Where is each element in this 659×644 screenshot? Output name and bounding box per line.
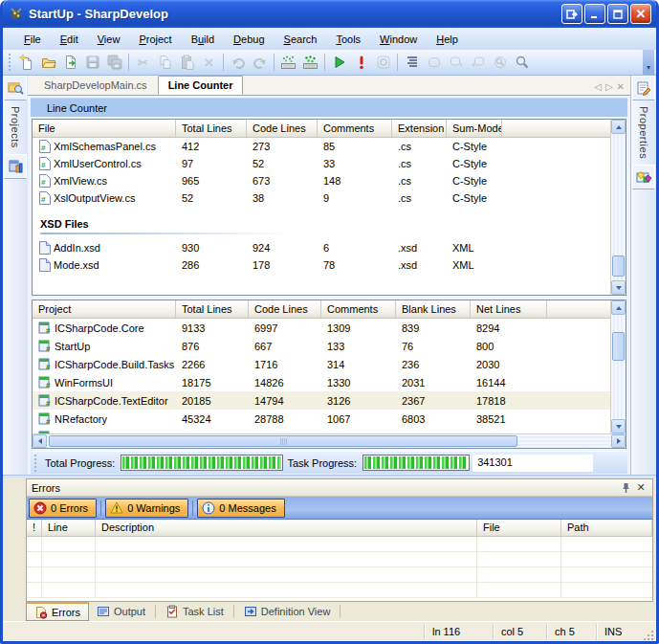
column-header-sum-mode[interactable]: Sum-Mode — [447, 120, 502, 137]
column-header-line[interactable]: Line — [42, 520, 96, 536]
classes-pad-button[interactable] — [4, 154, 27, 179]
tab-line-counter[interactable]: Line Counter — [158, 76, 244, 95]
column-header-comments[interactable]: Comments — [321, 300, 396, 318]
column-header-code-lines[interactable]: Code Lines — [247, 120, 318, 137]
scroll-thumb[interactable] — [49, 435, 517, 447]
menu-project[interactable]: Project — [129, 28, 181, 50]
menu-build[interactable]: Build — [182, 28, 224, 50]
scroll-up-button[interactable] — [611, 300, 626, 315]
tab-sharpdevelopmain[interactable]: SharpDevelopMain.cs — [33, 76, 158, 95]
maximize-button[interactable] — [607, 4, 628, 24]
resize-grip[interactable] — [642, 629, 654, 641]
tab-task-list[interactable]: Task List — [158, 602, 231, 621]
paste-button[interactable] — [176, 52, 198, 73]
save-all-button[interactable] — [103, 52, 125, 73]
find-usages-button[interactable] — [489, 52, 511, 73]
open-file-button[interactable] — [37, 52, 59, 73]
column-header-blank-lines[interactable]: Blank Lines — [396, 300, 471, 318]
file-row[interactable]: #XmlSchemasPanel.cs 412 273 85 .cs C-Sty… — [33, 138, 626, 155]
column-header-project[interactable]: Project — [33, 300, 176, 318]
profiler-button[interactable] — [372, 52, 394, 73]
toolbox-pad-button[interactable] — [632, 165, 655, 189]
filter-messages-button[interactable]: 0 Messages — [197, 499, 284, 518]
float-window-button[interactable] — [561, 4, 582, 24]
project-row[interactable]: #WinFormsUI 18175 14826 1330 2031 16144 — [33, 373, 626, 391]
scroll-down-button[interactable] — [611, 419, 626, 433]
redo-button[interactable] — [249, 52, 271, 73]
tab-definition-view[interactable]: Definition View — [236, 602, 339, 621]
menu-debug[interactable]: Debug — [224, 28, 274, 50]
column-header-net-lines[interactable]: Net Lines — [471, 300, 547, 318]
file-row[interactable]: Mode.xsd 286 178 78 .xsd XML — [33, 256, 626, 274]
toolbar-grip[interactable] — [8, 54, 12, 71]
column-header-extension[interactable]: Extension — [392, 120, 447, 137]
minimize-button[interactable] — [584, 4, 605, 24]
toolbar-overflow-button[interactable]: ▾ — [643, 50, 654, 75]
tab-close-icon[interactable]: ✕ — [617, 81, 625, 92]
scroll-thumb[interactable] — [612, 332, 625, 361]
build-button[interactable] — [277, 52, 299, 73]
save-button[interactable] — [81, 52, 103, 73]
file-row[interactable]: #XslOutputView.cs 52 38 9 .cs C-Style — [33, 189, 626, 207]
column-header-code-lines[interactable]: Code Lines — [249, 300, 321, 318]
menu-help[interactable]: Help — [427, 28, 468, 50]
scroll-down-button[interactable] — [611, 280, 626, 295]
uncomment-region-button[interactable] — [467, 52, 489, 73]
menu-edit[interactable]: Edit — [51, 28, 88, 50]
projects-pad-label[interactable]: Projects — [10, 100, 21, 154]
filter-errors-button[interactable]: 0 Errors — [29, 499, 97, 518]
cut-button[interactable]: ✂ — [132, 52, 154, 73]
projects-table-hscrollbar[interactable] — [33, 433, 626, 448]
tab-errors[interactable]: Errors — [26, 602, 89, 621]
menu-view[interactable]: View — [88, 28, 130, 50]
project-row[interactable]: #NRefactory 45324 28788 1067 6803 38521 — [33, 410, 626, 428]
close-panel-icon[interactable]: ✕ — [633, 481, 648, 495]
scroll-right-button[interactable] — [611, 434, 626, 448]
scroll-left-button[interactable] — [33, 434, 47, 448]
menu-tools[interactable]: Tools — [326, 28, 370, 50]
scroll-thumb[interactable] — [612, 255, 625, 277]
column-header-file[interactable]: File — [477, 520, 561, 536]
column-header-description[interactable]: Description — [96, 520, 477, 536]
files-table-scrollbar[interactable] — [610, 120, 626, 295]
region-button[interactable] — [423, 52, 445, 73]
tab-scroll-left-icon[interactable]: ◁ — [594, 81, 602, 92]
file-row[interactable]: #XmlView.cs 965 673 148 .cs C-Style — [33, 172, 626, 189]
properties-pad-button[interactable] — [632, 76, 655, 100]
properties-pad-label[interactable]: Properties — [638, 100, 649, 165]
copy-button[interactable] — [154, 52, 176, 73]
pin-icon[interactable] — [618, 481, 633, 495]
format-code-button[interactable] — [401, 52, 423, 73]
build-all-button[interactable] — [299, 52, 321, 73]
column-header-file[interactable]: File — [33, 120, 176, 137]
undo-button[interactable] — [227, 52, 249, 73]
tab-output[interactable]: Output — [89, 602, 153, 621]
projects-table-scrollbar[interactable] — [610, 300, 626, 433]
run-button[interactable] — [328, 52, 350, 73]
menu-file[interactable]: File — [14, 28, 51, 50]
column-header-path[interactable]: Path — [561, 520, 652, 536]
tab-scroll-right-icon[interactable]: ▷ — [605, 81, 613, 92]
project-row[interactable]: #StartUp 876 667 133 76 800 — [33, 337, 626, 355]
file-row[interactable]: AddIn.xsd 930 924 6 .xsd XML — [33, 239, 626, 256]
close-button[interactable]: ✕ — [630, 4, 651, 24]
file-row[interactable]: #XmlUserControl.cs 97 52 33 .cs C-Style — [33, 155, 626, 172]
filter-warnings-button[interactable]: 0 Warnings — [105, 499, 188, 518]
progress-toolbar-grip[interactable] — [33, 455, 38, 472]
column-header-total-lines[interactable]: Total Lines — [176, 300, 249, 318]
project-row[interactable]: #ICSharpCode.Build.Tasks 2266 1716 314 2… — [33, 355, 626, 373]
projects-pad-button[interactable] — [4, 76, 27, 100]
open-project-button[interactable] — [59, 52, 81, 73]
comment-region-button[interactable] — [445, 52, 467, 73]
column-header-severity[interactable]: ! — [27, 520, 42, 536]
column-header-total-lines[interactable]: Total Lines — [176, 120, 247, 137]
new-file-button[interactable] — [15, 52, 37, 73]
abort-button[interactable] — [350, 52, 372, 73]
menu-search[interactable]: Search — [275, 28, 327, 50]
project-row[interactable]: #ICSharpCode.TextEditor 20185 14794 3126… — [33, 391, 626, 410]
delete-button[interactable]: ✕ — [198, 52, 220, 73]
column-header-comments[interactable]: Comments — [318, 120, 392, 137]
search-button[interactable] — [511, 52, 533, 73]
project-row[interactable]: #ICSharpCode.Core 9133 6997 1309 839 829… — [33, 319, 626, 337]
scroll-up-button[interactable] — [611, 120, 626, 134]
